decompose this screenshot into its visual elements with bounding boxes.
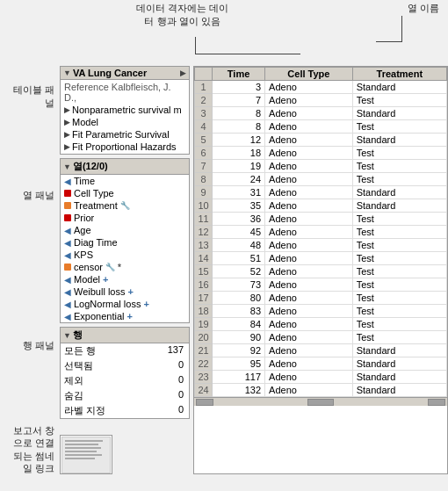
col-item-model[interactable]: ◀ Model + bbox=[61, 273, 189, 285]
age-icon: ◀ bbox=[64, 226, 71, 235]
table-row: 14 51 Adeno Test bbox=[195, 252, 447, 265]
annotation-area: 데이터 격자에는 데이 터 행과 열이 있음 열 이름 bbox=[0, 0, 448, 66]
row-stat-hid-val: 0 bbox=[178, 389, 184, 402]
table-row-item-3[interactable]: ▶ Fit Proportional Hazards bbox=[62, 141, 187, 153]
table-panel-title: VA Lung Cancer bbox=[73, 68, 147, 78]
scrollbar-h[interactable] bbox=[194, 397, 447, 406]
row-num: 7 bbox=[195, 160, 213, 173]
col-panel-title: 열(12/0) bbox=[73, 160, 108, 173]
row-treatment: Test bbox=[352, 120, 446, 134]
columns-panel: ▼ 열(12/0) ◀ Time Cell Type bbox=[60, 158, 190, 323]
row-celltype: Adeno bbox=[265, 199, 353, 213]
row-time: 36 bbox=[213, 213, 265, 226]
treatment-icon bbox=[64, 202, 71, 209]
data-scroll[interactable]: Time Cell Type Treatment 1 3 Adeno Stand… bbox=[194, 67, 447, 397]
row-time: 8 bbox=[213, 107, 265, 120]
col-item-kps[interactable]: ◀ KPS bbox=[61, 249, 189, 261]
row-treatment: Test bbox=[352, 318, 446, 331]
row-stat-lbl-label: 라벨 지정 bbox=[64, 404, 105, 417]
thumb-line-1 bbox=[65, 440, 103, 442]
col-item-censor[interactable]: censor 🔧 * bbox=[61, 261, 189, 273]
censor-extra1: 🔧 bbox=[105, 263, 115, 271]
data-grid-annotation: 데이터 격자에는 데이 터 행과 열이 있음 bbox=[136, 2, 228, 28]
treatment-extra-icon: 🔧 bbox=[120, 201, 130, 210]
row-time: 95 bbox=[213, 357, 265, 371]
table-row-label-0: Nonparametric survival m bbox=[72, 105, 182, 115]
col-item-lognormal[interactable]: ◀ LogNormal loss + bbox=[61, 298, 189, 310]
row-num: 3 bbox=[195, 107, 213, 120]
table-panel-tri: ▼ bbox=[63, 69, 71, 77]
row-stat-exc-val: 0 bbox=[178, 374, 184, 387]
kps-icon: ◀ bbox=[64, 250, 71, 260]
col-item-time[interactable]: ◀ Time bbox=[61, 175, 189, 187]
table-row: 22 95 Adeno Standard bbox=[195, 357, 447, 371]
col-item-prior[interactable]: Prior bbox=[61, 212, 189, 224]
row-celltype: Adeno bbox=[265, 357, 353, 371]
table-panel-body: Reference Kalbfleisch, J. D., ▶ Nonparam… bbox=[61, 80, 189, 154]
row-time: 84 bbox=[213, 318, 265, 331]
row-stat-sel-label: 선택됨 bbox=[64, 359, 93, 372]
table-row-item-1[interactable]: ▶ Model bbox=[62, 116, 187, 128]
table-row: 5 12 Adeno Standard bbox=[195, 134, 447, 147]
thumb-content bbox=[65, 440, 107, 461]
row-time: 83 bbox=[213, 305, 265, 318]
row-stat-lbl-val: 0 bbox=[178, 404, 184, 417]
th-time: Time bbox=[213, 68, 265, 81]
row-time: 117 bbox=[213, 371, 265, 384]
thumbnail-link[interactable] bbox=[60, 435, 112, 474]
col-item-weibull[interactable]: ◀ Weibull loss + bbox=[61, 285, 189, 298]
col-label-censor: censor bbox=[74, 262, 103, 272]
row-num: 14 bbox=[195, 252, 213, 265]
row-time: 80 bbox=[213, 292, 265, 305]
row-time: 3 bbox=[213, 81, 265, 94]
scrollbar-left-btn[interactable] bbox=[196, 399, 213, 406]
row-treatment: Test bbox=[352, 305, 446, 318]
row-num: 16 bbox=[195, 278, 213, 292]
row-num: 24 bbox=[195, 384, 213, 397]
row-num: 18 bbox=[195, 305, 213, 318]
table-row-item-2[interactable]: ▶ Fit Parametric Survival bbox=[62, 128, 187, 141]
columns-panel-body: ◀ Time Cell Type Treatment 🔧 bbox=[61, 175, 189, 322]
table-row: 15 52 Adeno Test bbox=[195, 265, 447, 278]
table-row-item-0[interactable]: ▶ Nonparametric survival m bbox=[62, 104, 187, 116]
row-stat-all-label: 모든 행 bbox=[64, 344, 96, 357]
row-treatment: Test bbox=[352, 292, 446, 305]
col-label-age: Age bbox=[74, 225, 91, 235]
col-item-age[interactable]: ◀ Age bbox=[61, 224, 189, 236]
col-panel-tri: ▼ bbox=[63, 162, 71, 171]
row-panel-label: 행 패널 bbox=[4, 327, 58, 352]
col-panel-row-outer: 열 패널 ▼ 열(12/0) ◀ Time bbox=[4, 158, 190, 323]
scrollbar-right-btn[interactable] bbox=[428, 399, 445, 406]
row-time: 92 bbox=[213, 344, 265, 357]
col-label-treatment: Treatment bbox=[74, 200, 118, 211]
table-row: 18 83 Adeno Test bbox=[195, 305, 447, 318]
row-time: 52 bbox=[213, 265, 265, 278]
row-celltype: Adeno bbox=[265, 305, 353, 318]
col-item-diagtime[interactable]: ◀ Diag Time bbox=[61, 236, 189, 249]
row-num: 17 bbox=[195, 292, 213, 305]
thumbnail-label: 보고서 창으로 연결 되는 썸네일 링크 bbox=[4, 424, 58, 474]
exp-plus: + bbox=[127, 311, 133, 321]
row-celltype: Adeno bbox=[265, 318, 353, 331]
table-row: 10 35 Adeno Standard bbox=[195, 199, 447, 213]
rows-panel: ▼ 행 모든 행 137 선택됨 0 제외 bbox=[60, 327, 190, 419]
row-time: 24 bbox=[213, 173, 265, 186]
row-panel-title: 행 bbox=[73, 329, 83, 342]
thumbnail-row: 보고서 창으로 연결 되는 썸네일 링크 bbox=[4, 424, 190, 474]
row-stat-sel-val: 0 bbox=[178, 359, 184, 372]
col-item-exp[interactable]: ◀ Exponential + bbox=[61, 310, 189, 322]
col-item-treatment[interactable]: Treatment 🔧 bbox=[61, 199, 189, 212]
data-table: Time Cell Type Treatment 1 3 Adeno Stand… bbox=[194, 67, 447, 397]
row-celltype: Adeno bbox=[265, 331, 353, 344]
thumb-line-3 bbox=[65, 447, 101, 449]
row-celltype: Adeno bbox=[265, 226, 353, 239]
row-time: 73 bbox=[213, 278, 265, 292]
scrollbar-thumb[interactable] bbox=[307, 399, 334, 406]
row-treatment: Test bbox=[352, 226, 446, 239]
row-treatment: Test bbox=[352, 213, 446, 226]
row-time: 31 bbox=[213, 186, 265, 199]
col-item-celltype[interactable]: Cell Type bbox=[61, 187, 189, 199]
th-celltype: Cell Type bbox=[265, 68, 353, 81]
table-row: 2 7 Adeno Test bbox=[195, 94, 447, 107]
table-row: 8 24 Adeno Test bbox=[195, 173, 447, 186]
